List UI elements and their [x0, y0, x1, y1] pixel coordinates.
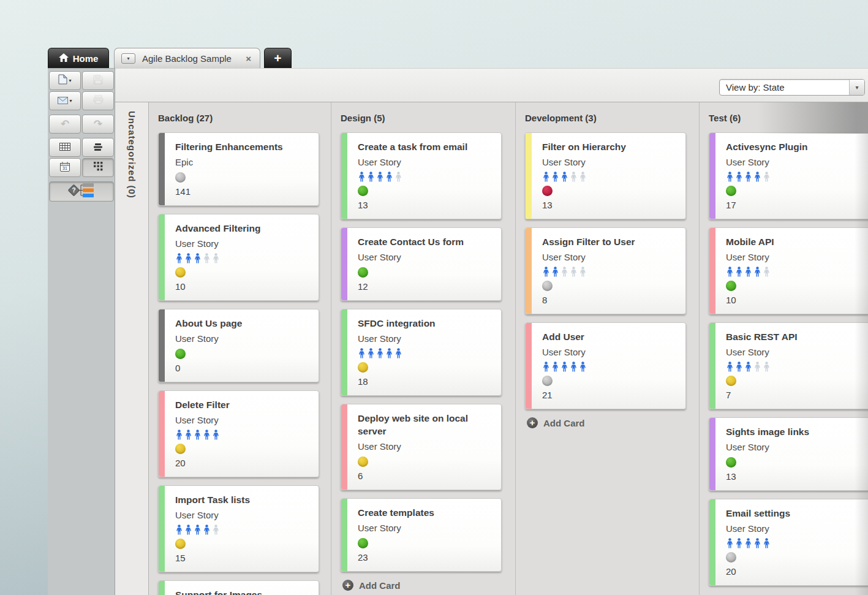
red-priority-stripe	[526, 323, 532, 409]
pivot-view-button[interactable]	[82, 158, 114, 177]
kanban-card[interactable]: Sights image linksUser Story13	[709, 417, 868, 491]
card-body: Deploy web site on local serverUser Stor…	[347, 404, 501, 490]
outline-view-button[interactable]	[82, 138, 114, 157]
kanban-card[interactable]: Add UserUser Story21	[525, 322, 686, 409]
green-priority-stripe	[709, 323, 715, 409]
person-filled-icon	[744, 267, 752, 277]
plus-circle-icon: +	[527, 417, 538, 428]
green-priority-stripe	[341, 499, 347, 571]
person-filled-icon	[579, 362, 587, 372]
tab-close-button[interactable]: ×	[246, 53, 260, 64]
person-empty-icon	[579, 172, 587, 182]
kanban-card[interactable]: Assign Filter to UserUser Story8	[525, 227, 686, 314]
toolbar-group-undo: ↶ ↷	[49, 115, 113, 134]
svg-text:?: ?	[72, 187, 75, 194]
kanban-view-icon: ?	[68, 182, 95, 201]
kanban-card[interactable]: Delete FilterUser Story20	[158, 390, 319, 477]
person-empty-icon	[570, 172, 578, 182]
tab-menu-button[interactable]: ▾	[121, 53, 135, 64]
person-filled-icon	[184, 253, 192, 263]
print-button[interactable]	[82, 91, 114, 110]
card-title: Deploy web site on local server	[358, 412, 495, 438]
card-title: Activesync Plugin	[726, 140, 863, 153]
toolbar-group-kanban: ?	[49, 181, 113, 202]
new-tab-button[interactable]: +	[264, 48, 292, 68]
yellow-status-dot	[358, 362, 368, 373]
kanban-card[interactable]: Filtering EnhancementsEpic141	[158, 132, 319, 206]
purple-priority-stripe	[341, 228, 347, 300]
view-by-select[interactable]: View by: State ▾	[719, 79, 865, 96]
person-filled-icon	[194, 525, 202, 535]
kanban-card[interactable]: SFDC integrationUser Story18	[341, 309, 502, 396]
new-document-button[interactable]: ▾	[49, 71, 81, 90]
card-title: About Us page	[175, 317, 312, 330]
kanban-card[interactable]: Support for Images	[158, 580, 319, 595]
card-title: Support for Images	[175, 588, 312, 595]
email-button[interactable]: ▾	[49, 91, 81, 110]
kanban-card[interactable]: Mobile APIUser Story10	[709, 227, 868, 314]
print-icon	[93, 95, 104, 107]
card-type: User Story	[542, 346, 679, 358]
kanban-card[interactable]: Create a task from emailUser Story13	[341, 132, 502, 219]
green-priority-stripe	[159, 486, 165, 572]
card-points: 6	[358, 470, 495, 482]
card-type: User Story	[175, 237, 312, 250]
person-filled-icon	[194, 430, 202, 440]
green-priority-stripe	[159, 581, 165, 595]
redo-button[interactable]: ↷	[82, 115, 114, 134]
gray-priority-stripe	[159, 133, 165, 205]
person-filled-icon	[194, 253, 202, 263]
effort-rating	[358, 348, 495, 358]
kanban-view-button[interactable]: ?	[49, 181, 114, 202]
add-card-button[interactable]: +Add Card	[527, 417, 687, 428]
column-header: Design (5)	[341, 112, 503, 124]
card-body: Create Contact Us formUser Story12	[347, 228, 501, 300]
table-view-button[interactable]	[49, 138, 81, 157]
document-tab[interactable]: ▾ Agile Backlog Sample ×	[114, 48, 260, 68]
person-filled-icon	[753, 267, 761, 277]
undo-button[interactable]: ↶	[49, 115, 81, 134]
card-points: 12	[358, 281, 495, 293]
green-status-dot	[358, 267, 368, 278]
kanban-card[interactable]: About Us pageUser Story0	[158, 309, 319, 382]
card-type: User Story	[726, 441, 863, 453]
person-empty-icon	[763, 172, 771, 182]
add-card-button[interactable]: +Add Card	[342, 580, 503, 591]
save-button[interactable]	[82, 71, 114, 90]
person-empty-icon	[579, 267, 587, 277]
card-title: Advanced Filtering	[175, 222, 312, 235]
home-tab-label: Home	[73, 53, 99, 64]
kanban-card[interactable]: Advanced FilteringUser Story10	[158, 214, 319, 301]
person-filled-icon	[184, 430, 192, 440]
purple-priority-stripe	[709, 418, 715, 490]
card-body: SFDC integrationUser Story18	[347, 309, 501, 395]
green-priority-stripe	[341, 309, 347, 395]
person-empty-icon	[753, 362, 761, 372]
card-title: Basic REST API	[726, 330, 863, 343]
toolbar-group-file: ▾ ▾	[49, 71, 113, 110]
person-filled-icon	[735, 538, 743, 548]
kanban-card[interactable]: Activesync PluginUser Story17	[709, 132, 868, 219]
green-status-dot	[358, 538, 368, 548]
card-body: Sights image linksUser Story13	[715, 418, 868, 490]
kanban-card[interactable]: Create templatesUser Story23	[341, 498, 502, 572]
home-tab[interactable]: Home	[48, 48, 109, 68]
card-title: Filter on Hierarchy	[542, 140, 679, 153]
card-type: User Story	[175, 414, 312, 426]
person-filled-icon	[203, 525, 211, 535]
kanban-card[interactable]: Filter on HierarchyUser Story13	[525, 132, 686, 219]
kanban-card[interactable]: Create Contact Us formUser Story12	[341, 227, 502, 301]
calendar-view-button[interactable]: 31	[49, 158, 81, 177]
kanban-card[interactable]: Basic REST APIUser Story7	[709, 322, 868, 409]
person-filled-icon	[570, 362, 578, 372]
uncategorized-lane[interactable]: Uncategorized (0)	[115, 102, 149, 595]
kanban-card[interactable]: Deploy web site on local serverUser Stor…	[341, 404, 502, 490]
card-body: Basic REST APIUser Story7	[715, 323, 868, 409]
kanban-card[interactable]: Import Task listsUser Story15	[158, 485, 319, 572]
card-title: Filtering Enhancements	[175, 140, 312, 153]
person-filled-icon	[726, 362, 734, 372]
kanban-card[interactable]: Email settingsUser Story20	[709, 499, 868, 586]
card-body: Filter on HierarchyUser Story13	[532, 133, 685, 219]
purple-priority-stripe	[709, 133, 715, 219]
chevron-down-icon: ▾	[849, 80, 864, 95]
